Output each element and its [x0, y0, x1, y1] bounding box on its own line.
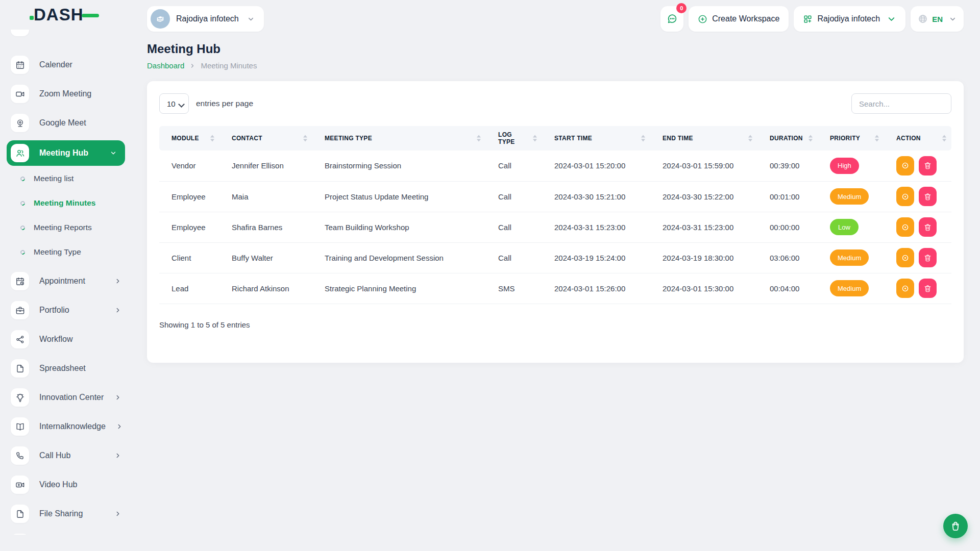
cell-actions	[884, 273, 951, 304]
meeting-minutes-table: MODULECONTACTMEETING TYPELOG TYPESTART T…	[159, 126, 951, 304]
cell-priority: High	[818, 151, 884, 181]
cell-log-type: Call	[486, 151, 542, 181]
brand-logo[interactable]: DASH	[0, 0, 131, 30]
sidebar-item-google-meet[interactable]: Google Meet	[0, 111, 131, 135]
sidebar-item-workflow[interactable]: Workflow	[0, 328, 131, 351]
delete-button[interactable]	[919, 217, 937, 237]
sidebar-item-partial[interactable]	[0, 30, 131, 39]
cell-meeting-type: Team Building Workshop	[312, 212, 486, 242]
sidebar-item-portfolio[interactable]: Portfolio	[0, 298, 131, 322]
sidebar-subitem-meeting-type[interactable]: Meeting Type	[0, 245, 131, 259]
workspace-switcher[interactable]: Rajodiya infotech	[147, 6, 264, 32]
cell-module: Employee	[159, 181, 219, 212]
chevron-down-icon	[247, 15, 255, 23]
chevron-right-icon	[189, 63, 195, 69]
entries-per-page-select[interactable]: 10	[159, 93, 189, 114]
delete-button[interactable]	[919, 156, 937, 176]
search-input[interactable]	[851, 93, 951, 114]
sidebar-item-meeting-hub[interactable]: Meeting Hub	[7, 140, 125, 166]
delete-button[interactable]	[919, 187, 937, 206]
cell-log-type: Call	[486, 181, 542, 212]
cell-start-time: 2024-03-19 15:24:00	[542, 242, 650, 273]
sidebar-item-label: Call Hub	[39, 451, 104, 460]
table-row: LeadRichard AtkinsonStrategic Planning M…	[159, 273, 951, 304]
view-button[interactable]	[896, 217, 914, 237]
column-header-meeting-type[interactable]: MEETING TYPE	[312, 126, 486, 151]
table-header-row: MODULECONTACTMEETING TYPELOG TYPESTART T…	[159, 126, 951, 151]
logo-accent-dot	[30, 16, 34, 20]
sidebar-item-label: Calender	[39, 60, 121, 69]
file-icon	[11, 359, 29, 378]
floating-store-button[interactable]	[943, 514, 968, 538]
logo-accent-bar	[82, 14, 99, 17]
view-button[interactable]	[896, 279, 914, 298]
column-header-contact[interactable]: CONTACT	[219, 126, 312, 151]
sidebar-subitem-meeting-minutes[interactable]: Meeting Minutes	[0, 196, 131, 210]
sidebar-item-label: Zoom Meeting	[39, 89, 121, 98]
sidebar-item-feedback[interactable]: Feedback	[0, 531, 131, 535]
sidebar-item-call-hub[interactable]: Call Hub	[0, 444, 131, 467]
cell-contact: Jennifer Ellison	[219, 151, 312, 181]
sidebar-item-internalknowledge[interactable]: Internalknowledge	[0, 415, 131, 438]
sidebar-item-label: Internalknowledge	[39, 422, 106, 431]
sidebar-item-label: Video Hub	[39, 480, 121, 489]
cell-actions	[884, 181, 951, 212]
sidebar-item-label: Google Meet	[39, 118, 121, 128]
sidebar: DASH CalenderZoom MeetingGoogle MeetMeet…	[0, 0, 131, 551]
sort-icon	[875, 135, 879, 142]
delete-button[interactable]	[919, 248, 937, 267]
sidebar-item-calender[interactable]: Calender	[0, 53, 131, 77]
cell-end-time: 2024-03-19 18:30:00	[650, 242, 757, 273]
video-plus-icon	[11, 475, 29, 494]
column-header-end-time[interactable]: END TIME	[650, 126, 757, 151]
breadcrumb-dashboard-link[interactable]: Dashboard	[147, 61, 184, 70]
cell-priority: Medium	[818, 242, 884, 273]
sidebar-item-spreadsheet[interactable]: Spreadsheet	[0, 357, 131, 380]
sidebar-item-video-hub[interactable]: Video Hub	[0, 473, 131, 496]
sidebar-subitem-meeting-list[interactable]: Meeting list	[0, 171, 131, 186]
view-button[interactable]	[896, 156, 914, 176]
bullet-icon	[19, 249, 26, 255]
language-selector[interactable]: EN	[911, 6, 964, 32]
sidebar-item-file-sharing[interactable]: File Sharing	[0, 502, 131, 525]
sidebar-subitem-label: Meeting Minutes	[34, 198, 95, 208]
view-button[interactable]	[896, 248, 914, 267]
sort-icon	[942, 135, 946, 142]
cell-contact: Buffy Walter	[219, 242, 312, 273]
view-button[interactable]	[896, 187, 914, 206]
column-header-module[interactable]: MODULE	[159, 126, 219, 151]
globe-icon	[918, 14, 928, 24]
table-row: ClientBuffy WalterTraining and Developme…	[159, 242, 951, 273]
messages-button[interactable]: 0	[660, 6, 683, 32]
eye-icon	[901, 284, 910, 293]
delete-button[interactable]	[919, 279, 937, 298]
column-header-start-time[interactable]: START TIME	[542, 126, 650, 151]
sidebar-item-appointment[interactable]: Appointment	[0, 269, 131, 293]
sidebar-item-label: Spreadsheet	[39, 364, 121, 373]
column-header-duration[interactable]: DURATION	[757, 126, 818, 151]
workspace-dropdown[interactable]: Rajodiya infotech	[794, 6, 905, 32]
trash-icon	[923, 223, 932, 232]
create-workspace-button[interactable]: Create Workspace	[689, 6, 789, 32]
book-open-icon	[11, 417, 29, 436]
topbar-actions: 0 Create Workspace Rajodiya infotech	[660, 6, 964, 32]
column-header-action[interactable]: ACTION	[884, 126, 951, 151]
column-header-log-type[interactable]: LOG TYPE	[486, 126, 542, 151]
sidebar-item-innovation-center[interactable]: Innovation Center	[0, 386, 131, 409]
cell-priority: Medium	[818, 181, 884, 212]
sidebar-subitem-meeting-reports[interactable]: Meeting Reports	[0, 220, 131, 235]
sidebar-item-zoom-meeting[interactable]: Zoom Meeting	[0, 82, 131, 106]
cell-meeting-type: Strategic Planning Meeting	[312, 273, 486, 304]
column-label: MEETING TYPE	[325, 135, 372, 142]
cell-end-time: 2024-03-01 15:30:00	[650, 273, 757, 304]
workspace-dropdown-label: Rajodiya infotech	[817, 14, 880, 23]
sort-icon	[808, 135, 813, 142]
sidebar-item-label: Meeting Hub	[39, 148, 100, 158]
briefcase-icon	[11, 301, 29, 319]
topbar: Rajodiya infotech 0 Create Workspace	[147, 0, 964, 34]
shopping-bag-icon	[950, 520, 961, 532]
column-label: CONTACT	[232, 135, 262, 142]
column-header-priority[interactable]: PRIORITY	[818, 126, 884, 151]
chevron-right-icon	[114, 278, 121, 285]
cell-start-time: 2024-03-01 15:20:00	[542, 151, 650, 181]
